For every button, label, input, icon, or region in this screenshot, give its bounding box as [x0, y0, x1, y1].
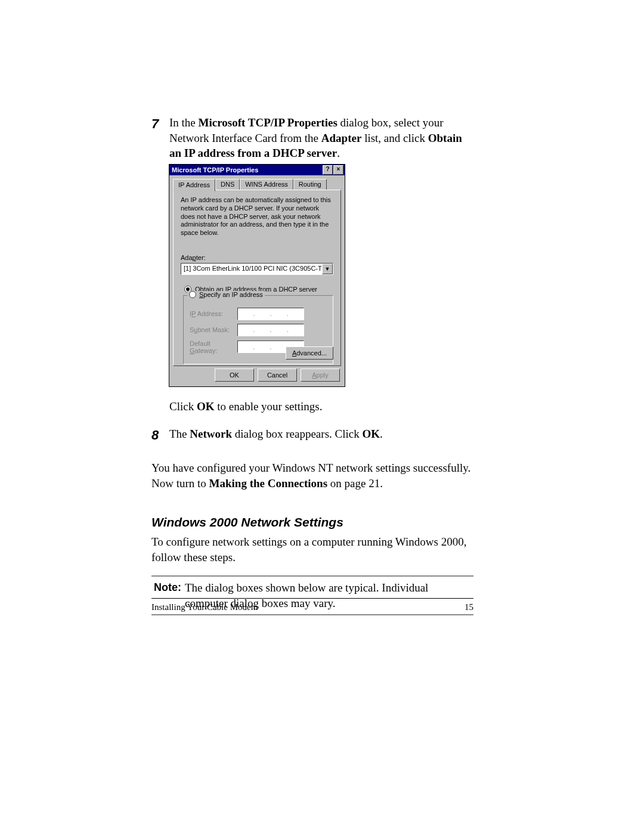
advanced-button[interactable]: Advanced... [286, 346, 333, 360]
dialog-help-text: An IP address can be automatically assig… [181, 196, 333, 237]
dialog-button-row: OK Cancel Apply [215, 368, 340, 382]
ip-address-row: IP Address: ... [190, 308, 327, 320]
tab-wins-address[interactable]: WINS Address [240, 179, 293, 190]
page-footer: Installing Your Cable Modem 15 [151, 598, 473, 612]
click-ok-line: Click OK to enable your settings. [151, 399, 473, 414]
apply-button[interactable]: Apply [301, 368, 340, 382]
tab-ip-address[interactable]: IP Address [173, 179, 215, 191]
radio-empty-icon [189, 291, 196, 298]
tab-routing[interactable]: Routing [293, 179, 327, 190]
step8-text: The Network dialog box reappears. Click … [169, 428, 383, 440]
tab-panel-ip-address: An IP address can be automatically assig… [173, 190, 341, 366]
tcpip-properties-dialog: Microsoft TCP/IP Properties ? × IP Addre… [169, 164, 345, 387]
section-body: To configure network settings on a compu… [151, 534, 473, 565]
ip-address-input[interactable]: ... [237, 308, 304, 320]
help-button[interactable]: ? [323, 165, 333, 175]
ok-button[interactable]: OK [215, 368, 254, 382]
adapter-combobox[interactable]: [1] 3Com EtherLink 10/100 PCI NIC (3C905… [181, 263, 333, 275]
step-8: 8 The Network dialog box reappears. Clic… [151, 426, 473, 442]
adapter-value: [1] 3Com EtherLink 10/100 PCI NIC (3C905… [181, 264, 322, 274]
subnet-mask-label: Subnet Mask: [190, 326, 237, 333]
footer-page-number: 15 [465, 602, 473, 612]
close-button[interactable]: × [333, 165, 343, 175]
dialog-tabs: IP AddressDNSWINS AddressRouting [173, 178, 341, 190]
tab-dns[interactable]: DNS [215, 179, 240, 190]
default-gateway-label: Default Gateway: [190, 340, 237, 354]
lower-content: Click OK to enable your settings. 8 The … [151, 399, 473, 615]
adapter-label: Adapter: [181, 254, 333, 261]
page-content: 7 In the Microsoft TCP/IP Properties dia… [151, 115, 473, 166]
step-7: 7 In the Microsoft TCP/IP Properties dia… [151, 115, 473, 161]
ip-address-label: IP Address: [190, 310, 237, 317]
dialog-title: Microsoft TCP/IP Properties [172, 166, 322, 174]
cancel-button[interactable]: Cancel [258, 368, 297, 382]
dialog-titlebar[interactable]: Microsoft TCP/IP Properties ? × [169, 165, 345, 175]
step7-text: In the Microsoft TCP/IP Properties dialo… [169, 116, 462, 159]
subnet-mask-row: Subnet Mask: ... [190, 324, 327, 336]
step-number-7: 7 [151, 115, 159, 133]
dropdown-arrow-icon[interactable]: ▼ [322, 264, 333, 274]
step-number-8: 8 [151, 426, 159, 444]
conclusion-paragraph: You have configured your Windows NT netw… [151, 460, 473, 491]
footer-title: Installing Your Cable Modem [151, 602, 258, 612]
radio-specify-ip[interactable]: Specify an IP address [187, 291, 265, 298]
subnet-mask-input[interactable]: ... [237, 324, 304, 336]
section-heading: Windows 2000 Network Settings [151, 514, 473, 531]
